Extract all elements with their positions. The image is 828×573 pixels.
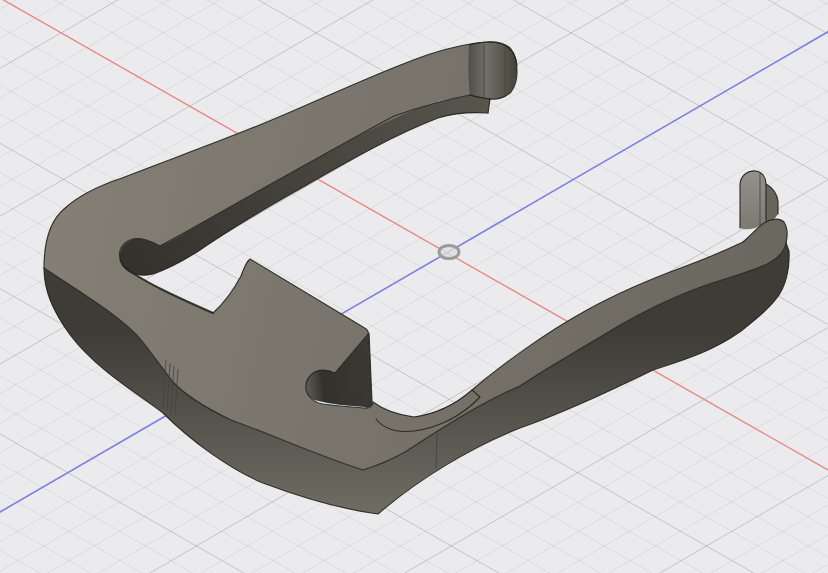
scene [0,0,828,573]
buckle-hook-top[interactable] [468,42,517,99]
buckle-hook-bottom[interactable] [740,171,766,229]
viewport-3d[interactable] [0,0,828,573]
origin-marker[interactable] [439,245,459,258]
